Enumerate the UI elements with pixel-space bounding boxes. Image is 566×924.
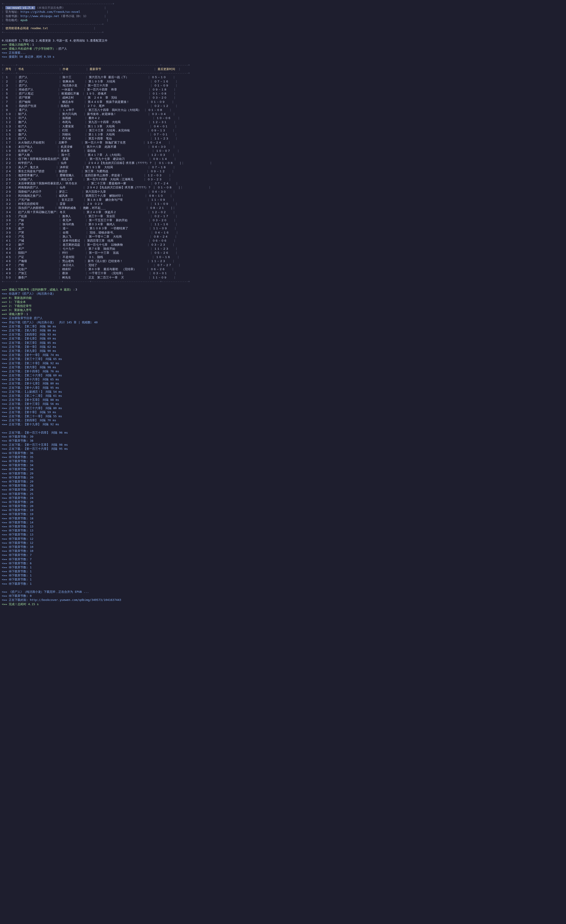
terminal-output: +---------------------------------------…: [0, 0, 566, 608]
